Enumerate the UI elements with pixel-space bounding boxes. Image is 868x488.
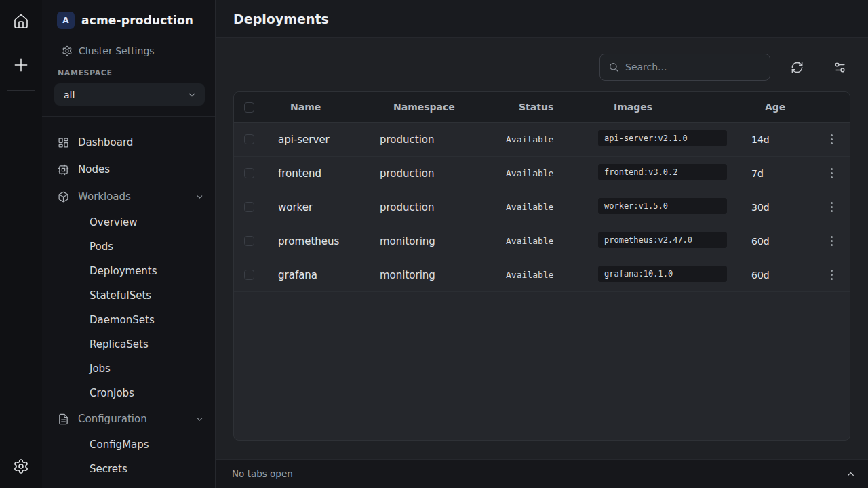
sidebar: A acme-production Cluster Settings NAMES… [42, 0, 216, 488]
deployment-namespace: production [370, 167, 485, 180]
column-header-age[interactable]: Age [732, 102, 814, 113]
column-settings-button[interactable] [831, 58, 849, 77]
refresh-button[interactable] [788, 58, 806, 77]
sidebar-item-statefulsets[interactable]: StatefulSets [90, 283, 208, 308]
row-checkbox[interactable] [244, 236, 254, 246]
sidebar-item-label: Workloads [78, 190, 131, 203]
deployment-name[interactable]: frontend [264, 167, 370, 180]
column-header-namespace[interactable]: Namespace [370, 102, 485, 113]
table-row[interactable]: prometheus monitoring Available promethe… [234, 224, 850, 258]
main-area: Deployments [216, 0, 868, 488]
row-actions-button[interactable] [827, 266, 837, 284]
cluster-initial: A [62, 16, 68, 25]
deployment-name[interactable]: worker [264, 201, 370, 214]
row-actions-button[interactable] [827, 164, 837, 182]
table-row[interactable]: frontend production Available frontend:v… [234, 157, 850, 190]
sidebar-item-secrets[interactable]: Secrets [90, 457, 208, 481]
column-header-name[interactable]: Name [264, 102, 370, 113]
deployment-namespace: monitoring [370, 235, 485, 247]
cluster-name: acme-production [81, 14, 193, 27]
add-cluster-button[interactable] [12, 56, 31, 75]
sidebar-item-jobs[interactable]: Jobs [90, 357, 208, 381]
chevron-down-icon [195, 192, 204, 201]
deployment-namespace: monitoring [370, 269, 485, 281]
sidebar-item-deployments[interactable]: Deployments [90, 259, 208, 283]
table-header-row: Name Namespace Status Images Age [234, 92, 850, 123]
column-header-status[interactable]: Status [485, 102, 590, 113]
deployment-status: Available [485, 236, 590, 246]
sidebar-item-cronjobs[interactable]: CronJobs [90, 381, 208, 405]
sidebar-item-daemonsets[interactable]: DaemonSets [90, 308, 208, 332]
sidebar-item-dashboard[interactable]: Dashboard [54, 129, 208, 156]
cpu-icon [58, 164, 69, 176]
deployment-age: 60d [732, 270, 814, 281]
sidebar-item-configmaps[interactable]: ConfigMaps [90, 432, 208, 457]
deployment-name[interactable]: prometheus [264, 235, 370, 247]
deployment-status: Available [485, 270, 590, 280]
sidebar-item-label: Jobs [90, 363, 111, 375]
cluster-header: A acme-production [57, 11, 208, 29]
gear-icon [13, 458, 29, 474]
sidebar-item-nodes[interactable]: Nodes [54, 156, 208, 183]
deployment-age: 60d [732, 236, 814, 247]
table-row[interactable]: grafana monitoring Available grafana:10.… [234, 258, 850, 292]
sidebar-item-label: Secrets [90, 463, 127, 475]
sidebar-item-label: Overview [90, 216, 138, 228]
app-settings-button[interactable] [12, 457, 31, 476]
sidebar-item-pods[interactable]: Pods [90, 235, 208, 259]
image-chip: frontend:v3.0.2 [598, 164, 727, 180]
deployment-name[interactable]: api-server [264, 134, 370, 146]
table-row[interactable]: worker production Available worker:v1.5.… [234, 190, 850, 224]
table-toolbar [233, 54, 850, 81]
cluster-rail [0, 0, 42, 488]
sidebar-nav: Dashboard Nodes Worklo [54, 117, 208, 481]
sidebar-item-overview[interactable]: Overview [90, 210, 208, 235]
row-checkbox[interactable] [244, 270, 254, 280]
workloads-sublist: Overview Pods Deployments StatefulSets D… [73, 210, 208, 405]
dashboard-icon [58, 137, 69, 148]
tabs-statusbar: No tabs open [216, 459, 868, 488]
sidebar-item-workloads[interactable]: Workloads [54, 183, 208, 210]
table-row[interactable]: api-server production Available api-serv… [234, 123, 850, 157]
column-header-images[interactable]: Images [590, 102, 732, 113]
select-all-checkbox[interactable] [244, 102, 254, 113]
sidebar-item-configuration[interactable]: Configuration [54, 405, 208, 432]
sidebar-item-label: ReplicaSets [90, 338, 149, 350]
search-box[interactable] [599, 54, 770, 81]
filter-settings-icon [833, 61, 846, 74]
row-actions-button[interactable] [827, 130, 837, 148]
app-window: A acme-production Cluster Settings NAMES… [0, 0, 868, 488]
deployments-table: Name Namespace Status Images Age api-ser… [233, 92, 850, 441]
expand-tabs-button[interactable] [843, 466, 859, 482]
sidebar-item-label: Configuration [78, 413, 147, 425]
deployment-status: Available [485, 134, 590, 144]
cluster-settings-label: Cluster Settings [79, 45, 155, 56]
sidebar-item-replicasets[interactable]: ReplicaSets [90, 332, 208, 357]
namespace-select[interactable]: all [54, 83, 205, 106]
row-actions-button[interactable] [827, 198, 837, 216]
row-checkbox[interactable] [244, 202, 254, 212]
sidebar-item-label: DaemonSets [90, 314, 155, 326]
namespace-value: all [64, 89, 75, 100]
cluster-settings-link[interactable]: Cluster Settings [62, 42, 208, 60]
chevron-up-icon [846, 469, 856, 479]
row-actions-button[interactable] [827, 232, 837, 250]
deployment-age: 14d [732, 134, 814, 145]
deployment-name[interactable]: grafana [264, 269, 370, 281]
sidebar-item-label: ConfigMaps [90, 439, 149, 451]
refresh-icon [791, 61, 804, 74]
row-checkbox[interactable] [244, 168, 254, 178]
image-chip: grafana:10.1.0 [598, 266, 727, 282]
sidebar-item-label: Dashboard [78, 136, 133, 148]
deployment-status: Available [485, 168, 590, 178]
main-content: Name Namespace Status Images Age api-ser… [216, 38, 868, 459]
home-button[interactable] [12, 12, 31, 31]
deployment-status: Available [485, 202, 590, 212]
row-checkbox[interactable] [244, 134, 254, 144]
deployment-age: 30d [732, 202, 814, 213]
image-chip: api-server:v2.1.0 [598, 130, 727, 146]
cluster-logo: A [57, 12, 75, 29]
search-input[interactable] [625, 62, 762, 73]
image-chip: prometheus:v2.47.0 [598, 232, 727, 248]
package-icon [58, 191, 69, 203]
